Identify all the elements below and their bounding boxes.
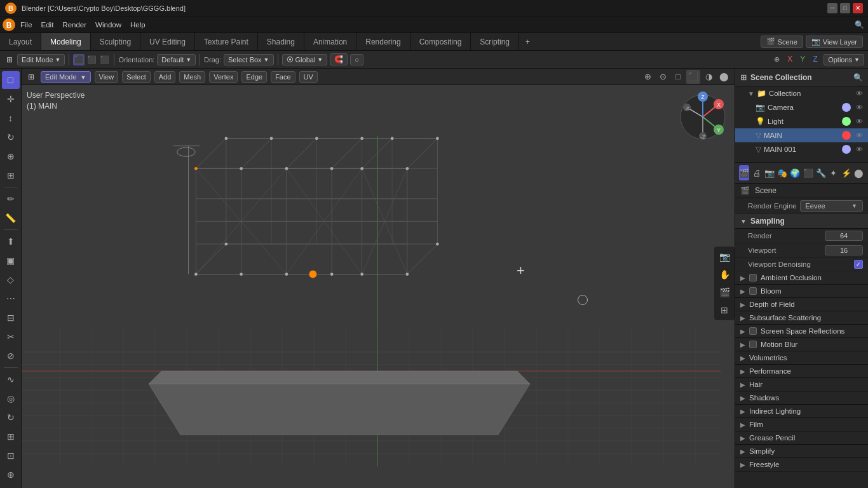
shear-btn[interactable]: ⊡ <box>2 447 20 464</box>
options-btn[interactable]: Options ▼ <box>824 54 864 65</box>
navigation-gizmo[interactable]: X -X Y Z -Z <box>677 92 728 142</box>
screen-space-reflections-section[interactable]: ▶ Screen Space Reflections <box>735 325 868 338</box>
annotate-btn[interactable]: ✏ <box>2 190 20 208</box>
shadows-section[interactable]: ▶ Shadows <box>735 391 868 405</box>
scale-btn[interactable]: ⊕ <box>2 147 20 165</box>
proportional-btn[interactable]: ○ <box>350 54 363 65</box>
cursor-btn[interactable]: ✛ <box>2 90 20 108</box>
main001-visibility-icon[interactable]: 👁 <box>856 146 863 153</box>
outliner-collection[interactable]: ▼ 📁 Collection 👁 <box>735 86 868 100</box>
viewport-shading-material-btn[interactable]: ◑ <box>702 70 715 84</box>
vertex-menu-btn[interactable]: Vertex <box>209 71 238 83</box>
outliner-camera[interactable]: 📷 Camera 👁 <box>735 100 868 114</box>
grab-icon[interactable]: ✋ <box>717 267 732 282</box>
mesh-menu-btn[interactable]: Mesh <box>179 71 205 83</box>
uv-menu-btn[interactable]: UV <box>299 71 318 83</box>
particles-props-icon[interactable]: ✦ <box>829 165 839 180</box>
scene-props-icon[interactable]: 🎭 <box>777 165 787 180</box>
inset-btn[interactable]: ▣ <box>2 252 20 269</box>
minimize-btn[interactable]: ─ <box>827 3 837 13</box>
face-mode-btn[interactable]: ⬛ <box>98 54 110 65</box>
bloom-toggle[interactable] <box>749 287 757 295</box>
drag-selector[interactable]: Select Box ▼ <box>224 54 274 65</box>
menu-help[interactable]: Help <box>126 20 149 30</box>
viewport[interactable]: ⊞ Edit Mode ▼ View Select Add Mesh Verte… <box>22 69 735 488</box>
simplify-section[interactable]: ▶ Simplify <box>735 445 868 458</box>
ssr-toggle[interactable] <box>749 327 757 335</box>
vertex-mode-btn[interactable]: ⬛ <box>73 54 85 65</box>
move-btn[interactable]: ↕ <box>2 109 20 127</box>
film-section[interactable]: ▶ Film <box>735 418 868 431</box>
view-layer-selector[interactable]: 📷View Layer <box>806 36 863 48</box>
filter-icon[interactable]: 🔍 <box>853 73 863 82</box>
freestyle-section[interactable]: ▶ Freestyle <box>735 458 868 471</box>
main-visibility-icon[interactable]: 👁 <box>856 132 863 139</box>
extrude-btn[interactable]: ⬆ <box>2 233 20 250</box>
object-props-icon[interactable]: ⬛ <box>803 165 813 180</box>
scene-selector[interactable]: 🎬Scene <box>761 36 803 48</box>
spin-btn[interactable]: ↻ <box>2 409 20 426</box>
output-props-icon[interactable]: 🖨 <box>752 165 762 180</box>
menu-render[interactable]: Render <box>58 20 90 30</box>
collection-visibility-icon[interactable]: 👁 <box>856 90 863 97</box>
mode-selector[interactable]: Edit Mode ▼ <box>17 54 65 65</box>
motion-blur-section[interactable]: ▶ Motion Blur <box>735 338 868 351</box>
camera2-icon[interactable]: 🎬 <box>717 285 732 300</box>
indirect-lighting-section[interactable]: ▶ Indirect Lighting <box>735 405 868 418</box>
tab-animation[interactable]: Animation <box>304 33 356 50</box>
z-axis-btn[interactable]: Z <box>810 53 821 65</box>
camera-visibility-icon[interactable]: 👁 <box>856 104 863 111</box>
outliner-light[interactable]: 💡 Light 👁 <box>735 114 868 128</box>
tab-sculpting[interactable]: Sculpting <box>91 33 140 50</box>
viewport-overlay-btn[interactable]: ⊙ <box>656 70 670 84</box>
depth-of-field-section[interactable]: ▶ Depth of Field <box>735 298 868 311</box>
orientation-selector[interactable]: Default ▼ <box>157 54 196 65</box>
close-btn[interactable]: ✕ <box>853 3 863 13</box>
tab-compositing[interactable]: Compositing <box>410 33 471 50</box>
render-props-icon[interactable]: 🎬 <box>739 165 749 180</box>
bloom-section[interactable]: ▶ Bloom <box>735 285 868 298</box>
tab-scripting[interactable]: Scripting <box>471 33 519 50</box>
tab-texture-paint[interactable]: Texture Paint <box>195 33 258 50</box>
sampling-section[interactable]: ▼ Sampling <box>735 214 868 229</box>
menu-file[interactable]: File <box>17 20 36 30</box>
subsurface-scattering-section[interactable]: ▶ Subsurface Scattering <box>735 311 868 325</box>
viewport-samples-input[interactable]: 16 <box>825 245 863 255</box>
offset-btn[interactable]: ⊟ <box>2 309 20 327</box>
polycut-btn[interactable]: ⊘ <box>2 347 20 365</box>
add-workspace-btn[interactable]: + <box>519 35 536 49</box>
snap-btn[interactable]: 🧲 <box>330 53 348 65</box>
render-samples-input[interactable]: 64 <box>825 231 863 241</box>
material-props-icon[interactable]: ⬤ <box>854 165 864 180</box>
outliner-main001[interactable]: ▽ MAIN 001 👁 <box>735 142 868 156</box>
search-icon[interactable]: 🔍 <box>853 18 865 31</box>
viewport-denoising-checkbox[interactable]: ✓ <box>854 260 863 269</box>
knife-btn[interactable]: ✂ <box>2 328 20 346</box>
rotate-btn[interactable]: ↻ <box>2 128 20 146</box>
maximize-btn[interactable]: □ <box>840 3 850 13</box>
view-menu-btn[interactable]: View <box>95 71 119 83</box>
motion-blur-toggle[interactable] <box>749 341 757 348</box>
transform-btn[interactable]: ⊞ <box>2 166 20 184</box>
select-menu-btn[interactable]: Select <box>122 71 151 83</box>
shrink-btn[interactable]: ◎ <box>2 390 20 407</box>
tab-layout[interactable]: Layout <box>0 33 41 50</box>
viewport-type-icon[interactable]: ⊞ <box>25 71 37 83</box>
tab-rendering[interactable]: Rendering <box>356 33 410 50</box>
viewport-shading-solid-btn[interactable]: ⬛ <box>686 70 700 84</box>
rip-btn[interactable]: ⊕ <box>2 466 20 484</box>
editor-type-icon[interactable]: ⊞ <box>4 54 15 65</box>
bevel-btn[interactable]: ◇ <box>2 271 20 288</box>
viewport-canvas[interactable]: User Perspective (1) MAIN + X -X <box>22 85 735 488</box>
y-axis-btn[interactable]: Y <box>797 53 808 65</box>
camera-view-icon[interactable]: 📷 <box>717 249 732 264</box>
edit-mode-btn[interactable]: Edit Mode ▼ <box>41 71 91 83</box>
loop-cut-btn[interactable]: ⋯ <box>2 290 20 308</box>
face-menu-btn[interactable]: Face <box>271 71 295 83</box>
performance-section[interactable]: ▶ Performance <box>735 365 868 378</box>
viewport-shading-render-btn[interactable]: ⬤ <box>717 70 731 84</box>
viewport-gizmo-btn[interactable]: ⊕ <box>641 70 654 84</box>
modifier-props-icon[interactable]: 🔧 <box>816 165 826 180</box>
tab-shading[interactable]: Shading <box>258 33 304 50</box>
volumetrics-section[interactable]: ▶ Volumetrics <box>735 351 868 365</box>
